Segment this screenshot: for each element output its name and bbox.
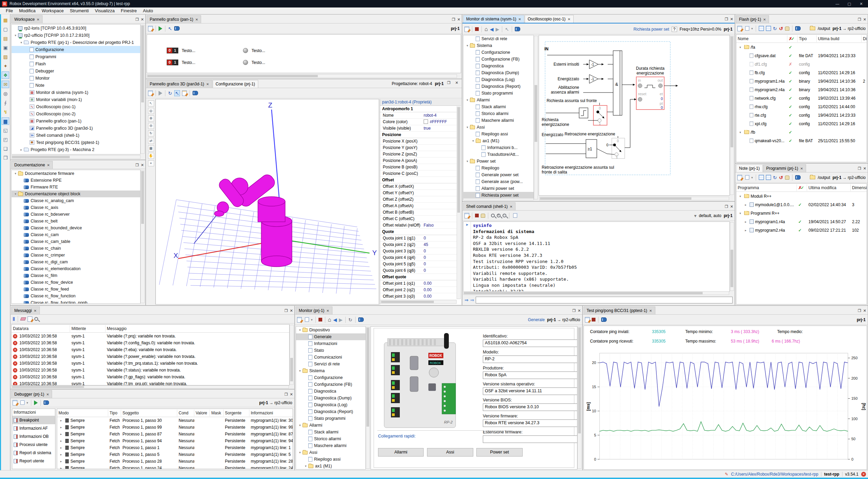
- property-row[interactable]: Visibile (visible)true: [380, 125, 457, 132]
- property-row[interactable]: Colore (color)#FFFFFF: [380, 119, 457, 125]
- close-icon[interactable]: ✕: [763, 18, 766, 21]
- expander-icon[interactable]: ▾: [465, 126, 470, 129]
- tree-item[interactable]: Generale: [296, 333, 365, 340]
- tree-item[interactable]: Riepilogo assi: [296, 456, 365, 463]
- sidebar-tool-icon-9[interactable]: ∮: [2, 99, 9, 106]
- tab-configurazione-prj1[interactable]: Configurazione (prj-1): [213, 80, 258, 88]
- float-icon[interactable]: ❐: [135, 17, 139, 22]
- col-sorgente[interactable]: Sorgente: [224, 410, 249, 416]
- send-icon[interactable]: ⇒: [464, 297, 469, 303]
- menu-finestre[interactable]: Finestre: [118, 8, 140, 14]
- tab-pan3d[interactable]: Pannello grafico 3D (pan3d-1)✕: [147, 80, 212, 88]
- float-icon[interactable]: ❐: [452, 17, 455, 22]
- expander-icon[interactable]: ▾: [465, 160, 470, 163]
- expander-icon[interactable]: ▾: [465, 98, 470, 102]
- help-icon[interactable]: [795, 26, 801, 31]
- tree-item[interactable]: Trasduttore/Att...: [463, 151, 534, 158]
- flash-row[interactable]: qmakeall-vs20...✓file BAT25/11/2021 15:5…: [736, 136, 867, 145]
- close-icon[interactable]: ✕: [290, 309, 293, 313]
- hold-scroll-icon[interactable]: [481, 214, 485, 218]
- tree-item[interactable]: ▾Dispositivo: [296, 327, 365, 333]
- tree-item[interactable]: Classe rc_bounded_device: [12, 225, 140, 231]
- tree-item[interactable]: ▾ax1 (M1): [296, 463, 365, 469]
- color-swatch[interactable]: [424, 119, 428, 124]
- close-icon[interactable]: ✕: [290, 392, 293, 397]
- log-icon[interactable]: [28, 316, 32, 322]
- debugger-left-title[interactable]: Informazioni: [12, 409, 55, 416]
- float-icon[interactable]: ❐: [284, 309, 288, 313]
- view-tool-icon[interactable]: ▦: [148, 145, 154, 151]
- close-icon[interactable]: ✕: [800, 167, 803, 170]
- breakpoint-row[interactable]: ▸SempreFetchProcesso 1, passo 28NessunaP…: [57, 458, 293, 465]
- tree-item[interactable]: Diagnostica (Log): [463, 76, 534, 83]
- message-row[interactable]: ✕10/03/2022 10:36:58sysm-1Variabile (?.p…: [12, 333, 289, 340]
- refresh-icon[interactable]: ↻: [348, 317, 353, 323]
- copy-icon[interactable]: [305, 317, 309, 322]
- col-messaggio[interactable]: Messaggio: [105, 325, 289, 332]
- expander-icon[interactable]: ▾: [297, 328, 302, 332]
- h-scrollbar[interactable]: [11, 155, 141, 159]
- build-all-icon[interactable]: [759, 175, 764, 180]
- col-modo[interactable]: Modo: [57, 410, 108, 416]
- tree-item[interactable]: Stato programmi: [463, 90, 534, 97]
- flash-row[interactable]: df1.cfg✗config: [736, 60, 867, 68]
- property-row[interactable]: Posizione C (posC): [380, 170, 457, 177]
- field-input[interactable]: Robox RTE versione 34.27.3: [483, 419, 577, 427]
- tree-item[interactable]: Configurazione: [463, 49, 534, 56]
- v-scrollbar[interactable]: [730, 36, 734, 195]
- close-icon[interactable]: ✕: [195, 18, 198, 21]
- tree-item[interactable]: ▾Assi: [463, 124, 534, 131]
- h-scrollbar[interactable]: [463, 291, 729, 295]
- output-path[interactable]: /output: [818, 175, 830, 180]
- expander-icon[interactable]: ▾: [19, 41, 24, 44]
- sidebar-tool-icon-3[interactable]: ▣: [2, 44, 9, 51]
- help-icon[interactable]: [174, 26, 180, 31]
- tree-item[interactable]: Storico allarmi: [463, 110, 534, 117]
- view-tool-icon[interactable]: ✋: [148, 153, 154, 159]
- v-scrollbar[interactable]: [290, 325, 294, 385]
- v-scrollbar[interactable]: [141, 170, 145, 303]
- search-icon[interactable]: [491, 214, 495, 217]
- property-row[interactable]: Posizione B (posB): [380, 164, 457, 170]
- close-icon[interactable]: ✕: [730, 204, 733, 209]
- close-icon[interactable]: ✕: [863, 166, 866, 171]
- tree-item[interactable]: Firmware RTE: [12, 184, 140, 191]
- col-valore[interactable]: Valore: [194, 410, 210, 416]
- flash-row[interactable]: fb.cfg✓config11/02/2021 14:29:16: [736, 68, 867, 77]
- tree-item[interactable]: Diagnostica (Log): [296, 401, 365, 408]
- tree-item[interactable]: Diagnostica (Report): [296, 408, 365, 415]
- sidebar-tool-icon-11[interactable]: ▆: [2, 117, 9, 125]
- tree-item[interactable]: ▾Progetto RTE (prj-1) - Deescrizione del…: [12, 39, 140, 46]
- view-tool-icon[interactable]: ⊖: [148, 123, 154, 129]
- edit-icon[interactable]: [182, 90, 187, 96]
- flash-row[interactable]: myprogram1.r4a✓binary19/04/2021 14:10:36…: [736, 77, 867, 85]
- stop-icon[interactable]: [475, 27, 479, 31]
- sidebar-tool-icon-5[interactable]: ✦: [2, 62, 9, 70]
- tree-item[interactable]: Configurazione (FB): [463, 56, 534, 63]
- breakpoint-row[interactable]: ▸SempreFetchProcesso 1, passo 5NessunaPe…: [57, 451, 293, 458]
- tree-item[interactable]: ▾Power set: [463, 158, 534, 165]
- col-nome[interactable]: Nome: [736, 35, 787, 42]
- tree-item[interactable]: rp2-loris [TCP/IP 10.0.45.3:8100]: [12, 24, 140, 32]
- expander-icon[interactable]: ▾: [297, 451, 302, 454]
- flash-row[interactable]: rte.cfg✓config19/04/2021 14:23:33: [736, 111, 867, 119]
- property-row[interactable]: Nomerobot-4: [380, 112, 457, 119]
- tree-item[interactable]: Generale power set: [463, 171, 534, 178]
- tree-item[interactable]: Maschere allarmi: [463, 117, 534, 124]
- back-icon[interactable]: ◀: [490, 27, 494, 32]
- revert-icon[interactable]: ↺: [779, 175, 783, 180]
- tab-messaggi[interactable]: Messaggi✕: [11, 307, 40, 314]
- view-reset-icon[interactable]: ↻: [168, 90, 172, 96]
- properties-icon[interactable]: [464, 27, 469, 32]
- tree-item[interactable]: Classe rc_flow_function: [12, 293, 140, 299]
- breakpoint-row[interactable]: ▸SempreFetchProcesso 1, passo 99NessunaP…: [57, 424, 293, 431]
- tree-item[interactable]: ▾Sistema: [463, 42, 534, 49]
- sidebar-tool-icon-15[interactable]: ❒: [2, 154, 9, 162]
- hold-icon[interactable]: [785, 27, 789, 31]
- stop-icon[interactable]: [475, 214, 479, 217]
- tree-item[interactable]: Classe rc_bdeserver: [12, 211, 140, 218]
- run-icon[interactable]: [34, 400, 38, 405]
- property-row[interactable]: Posizione X (posX): [380, 138, 457, 145]
- field-input[interactable]: RP-2: [483, 356, 577, 363]
- expander-icon[interactable]: ▾: [297, 369, 302, 373]
